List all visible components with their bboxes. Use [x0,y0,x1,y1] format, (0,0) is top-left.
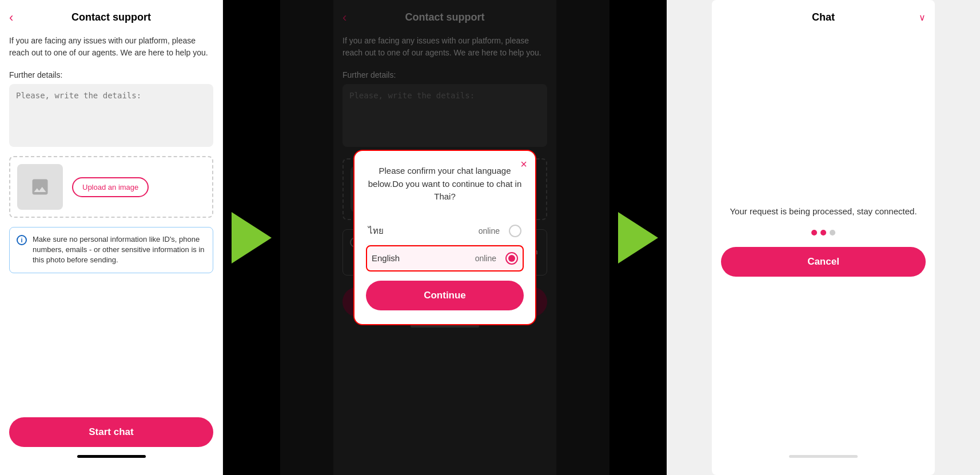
dot-2 [820,230,826,235]
continue-button[interactable]: Continue [366,281,524,310]
processing-text: Your request is being processed, stay co… [730,205,917,218]
arrow-2 [618,212,658,264]
modal-title: Please confirm your chat language below.… [366,165,524,203]
page-title-1: Contact support [71,11,151,23]
back-button-1[interactable]: ‹ [9,11,13,24]
dot-1 [811,230,817,235]
radio-thai[interactable] [509,225,521,237]
upload-button-1[interactable]: Upload an image [72,177,149,197]
screen-2-wrapper: ‹ Contact support If you are facing any … [280,0,609,475]
cancel-button[interactable]: Cancel [721,247,926,277]
screen-3: Chat ∨ Your request is being processed, … [712,0,935,475]
dot-3 [830,230,835,235]
body-description-1: If you are facing any issues with our pl… [9,35,213,59]
further-details-label-1: Further details: [9,70,213,79]
chat-header: Chat ∨ [721,11,926,23]
screen-3-wrapper: Chat ∨ Your request is being processed, … [667,0,980,475]
info-box-1: i Make sure no personal information like… [9,227,213,273]
language-option-english[interactable]: English online [366,245,524,272]
home-indicator-1 [77,455,146,458]
details-textarea-1[interactable] [9,84,213,147]
info-text-1: Make sure no personal information like I… [33,234,206,266]
language-status-english: online [475,254,496,263]
chat-title: Chat [812,11,835,23]
language-name-thai: ไทย [368,224,479,238]
radio-english[interactable] [505,252,518,265]
header-1: ‹ Contact support [9,11,213,23]
image-placeholder-icon [30,177,50,197]
loading-dots [811,230,835,235]
language-option-thai[interactable]: ไทย online [366,217,524,245]
screen-1: ‹ Contact support If you are facing any … [0,0,223,475]
chevron-down-button[interactable]: ∨ [919,12,926,23]
language-name-english: English [372,253,475,263]
image-upload-area-1: Upload an image [9,156,213,218]
start-chat-button[interactable]: Start chat [9,417,213,447]
info-icon-1: i [17,235,27,245]
modal-overlay: × Please confirm your chat language belo… [280,0,609,475]
arrow-1 [232,212,272,264]
language-modal: × Please confirm your chat language belo… [353,150,536,325]
image-preview-1 [17,164,63,210]
home-indicator-3 [789,455,858,458]
language-status-thai: online [479,226,500,235]
processing-area: Your request is being processed, stay co… [721,35,926,447]
modal-close-button[interactable]: × [520,158,527,171]
